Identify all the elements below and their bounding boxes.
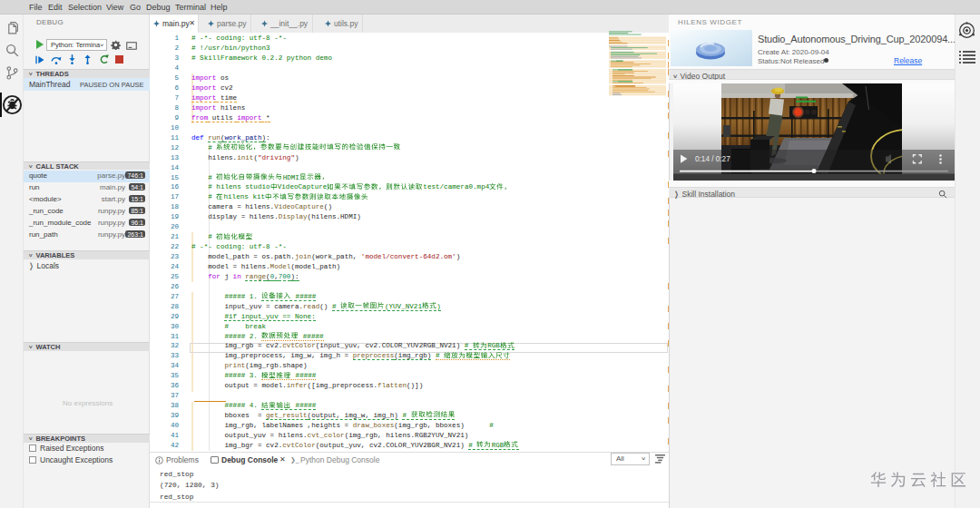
svg-text:0:14 / 0:27: 0:14 / 0:27 <box>695 155 730 163</box>
